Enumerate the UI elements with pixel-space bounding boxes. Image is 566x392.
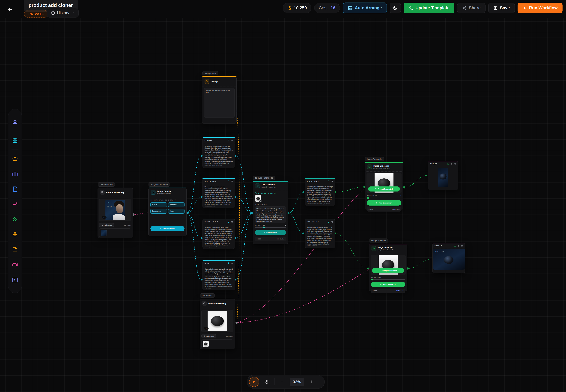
trend-icon[interactable]: [12, 201, 18, 208]
prompt-textarea[interactable]: generate add prompt using the context gi…: [204, 88, 234, 118]
copy-doc-icon[interactable]: [328, 180, 330, 182]
trash-icon[interactable]: [231, 262, 233, 264]
apps-grid-icon[interactable]: [12, 137, 18, 144]
chip-environment[interactable]: Environment: [150, 209, 167, 214]
result-1-image-wrap[interactable]: DEVIALET: [428, 167, 458, 188]
add-images-button[interactable]: Add Images: [99, 223, 114, 227]
image-generator-node-1[interactable]: imageGen node Image Generator google • N…: [365, 162, 403, 210]
image-details-node[interactable]: imageDetails node Image Details anthropi…: [148, 188, 187, 236]
image-generator-node-2[interactable]: imageGen node Image Generator google • N…: [369, 244, 407, 291]
image-generator-1-accent: [365, 162, 403, 163]
trash-icon[interactable]: [231, 221, 233, 223]
layout-icon: [348, 6, 353, 10]
video-icon[interactable]: [12, 261, 18, 268]
gallery-image-icon: [202, 301, 207, 306]
attached-image-thumb[interactable]: #1: [255, 195, 261, 202]
copy-doc-icon[interactable]: [228, 140, 230, 141]
images-count-label: 1/20 images: [124, 224, 131, 226]
back-button[interactable]: [7, 6, 14, 13]
variations-slider[interactable]: [367, 198, 401, 198]
prompt-node[interactable]: prompt node Prompt generate add prompt u…: [202, 76, 237, 124]
result-2-image-wrap[interactable]: DEVIALET: [433, 249, 465, 270]
run-workflow-button[interactable]: Run Workflow: [518, 3, 563, 13]
prompt-connected-button[interactable]: T Prompt Connected: [372, 268, 404, 273]
trash-icon[interactable]: [331, 221, 333, 223]
thumbnail-strip[interactable]: [201, 339, 233, 348]
gallery-main-image[interactable]: 1/1: [201, 310, 233, 332]
trash-icon[interactable]: [331, 180, 333, 182]
select-tool-button[interactable]: [249, 377, 259, 387]
auto-arrange-button[interactable]: Auto Arrange: [343, 2, 387, 14]
variation-2-title: VARIATION 2: [307, 221, 326, 223]
pan-tool-button[interactable]: [263, 378, 270, 385]
copy-doc-icon[interactable]: [328, 221, 330, 223]
moon-icon: [393, 6, 398, 10]
download-icon[interactable]: [451, 163, 452, 165]
user-prompt-textarea[interactable]: The image is dominated by deep, rich nav…: [255, 206, 286, 223]
robot-icon[interactable]: [12, 118, 18, 126]
extract-details-button[interactable]: Extract Details: [150, 226, 185, 231]
zoom-out-button[interactable]: [279, 378, 286, 385]
image-generator-2-accent: [369, 244, 407, 244]
gallery-thumbnail[interactable]: [101, 230, 107, 236]
download-icon[interactable]: [458, 245, 460, 247]
result-node-1[interactable]: RESULT DEVIALET: [428, 161, 458, 190]
add-images-button[interactable]: Add Images: [201, 334, 216, 338]
image-icon[interactable]: [454, 245, 456, 247]
variation-2-card[interactable]: VARIATION 2 A high-fashion editorial adv…: [305, 219, 335, 248]
trash-icon[interactable]: [454, 163, 456, 165]
text-icon: T: [379, 270, 380, 271]
chip-mood[interactable]: Mood: [168, 209, 185, 214]
trash-icon[interactable]: [461, 245, 463, 247]
star-icon[interactable]: [12, 155, 18, 162]
workflow-canvas[interactable]: prompt node Prompt generate add prompt u…: [0, 0, 566, 392]
chip-colors[interactable]: Colors: [150, 202, 167, 207]
mood-card[interactable]: MOOD The mood is intensely magnetic, bro…: [203, 260, 235, 290]
run-generation-button[interactable]: Run Generation: [367, 200, 401, 206]
product-speaker-image: [208, 311, 227, 331]
variations-slider[interactable]: [371, 279, 405, 280]
cost-value: 6.00: [396, 290, 399, 292]
image-generator-2-tag: imageGen node: [369, 238, 388, 243]
save-button[interactable]: Save: [488, 3, 515, 13]
environment-card[interactable]: ENVIRONMENT The setting is minimal and s…: [203, 219, 235, 249]
variation-1-card[interactable]: VARIATION 1 A luxurious product advertis…: [305, 178, 335, 206]
microphone-icon[interactable]: [12, 231, 18, 238]
zoom-in-button[interactable]: [308, 378, 315, 385]
image-icon[interactable]: [447, 163, 449, 165]
gallery-thumbnail[interactable]: [203, 341, 209, 347]
variations-slider[interactable]: [255, 227, 286, 228]
credits-pill[interactable]: 10,250: [283, 3, 311, 13]
history-button[interactable]: History: [47, 8, 79, 17]
share-button[interactable]: Share: [457, 3, 485, 13]
text-generator-node[interactable]: textGenerator node Text Generator anthro…: [253, 181, 288, 244]
thumbnail-strip[interactable]: [99, 228, 131, 237]
our-product-gallery-node[interactable]: our product Reference Gallery 1/1 Add Im…: [200, 299, 235, 349]
gallery-main-image[interactable]: BLEUDECHANEL 1/1: [99, 199, 131, 221]
copy-doc-icon[interactable]: [228, 180, 230, 182]
generate-text-button[interactable]: Generate Text: [255, 230, 286, 235]
update-template-button[interactable]: Update Template: [404, 3, 454, 13]
chip-aesthetics[interactable]: Aesthetics: [168, 202, 185, 207]
colors-card[interactable]: COLORS The image is dominated by deep, r…: [203, 137, 235, 168]
briefcase-icon[interactable]: [12, 170, 18, 178]
reference-gallery-node[interactable]: reference add Reference Gallery BLEUDECH…: [98, 188, 133, 238]
cost-unit: Credits: [399, 290, 404, 292]
theme-toggle-button[interactable]: [390, 3, 401, 13]
run-generation-button[interactable]: Run Generation: [371, 282, 405, 287]
image-icon[interactable]: [12, 277, 18, 283]
file-icon[interactable]: [12, 246, 18, 253]
copy-doc-icon[interactable]: [228, 262, 230, 264]
trash-icon[interactable]: [231, 140, 233, 141]
colors-text: The image is dominated by deep, rich nav…: [203, 143, 235, 167]
history-clock-icon: [51, 11, 55, 15]
result-node-2[interactable]: RESULT DEVIALET: [433, 243, 465, 273]
document-icon[interactable]: [12, 186, 18, 193]
trash-icon[interactable]: [231, 180, 233, 182]
zoom-level[interactable]: 32%: [290, 378, 304, 386]
result-1-accent: [428, 161, 458, 161]
prompt-connected-button[interactable]: T Prompt Connected: [368, 186, 400, 192]
user-check-icon[interactable]: [12, 216, 18, 223]
aesthetics-card[interactable]: AESTHETICS This is a high-end luxury fra…: [203, 178, 235, 208]
copy-doc-icon[interactable]: [228, 221, 230, 223]
